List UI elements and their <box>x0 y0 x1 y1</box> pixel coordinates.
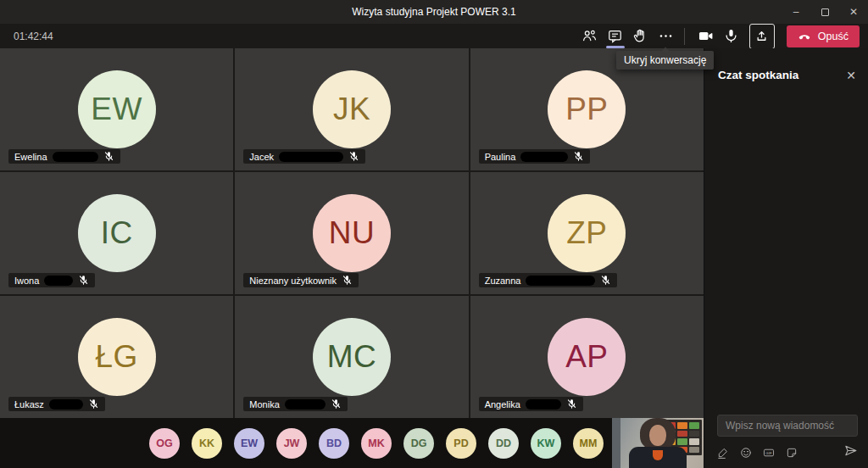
participant-name: Monika <box>249 399 279 410</box>
participant-name-label: Zuzanna <box>479 273 618 287</box>
video-poster-cell <box>677 422 687 429</box>
mini-avatar[interactable]: EW <box>234 428 264 459</box>
chat-message-input[interactable] <box>717 415 858 437</box>
send-icon <box>843 443 858 458</box>
video-poster-cell <box>689 431 699 437</box>
avatar: IC <box>78 194 156 272</box>
redacted-surname <box>526 276 595 286</box>
mic-muted-icon <box>88 398 99 410</box>
more-actions-button[interactable] <box>654 24 679 48</box>
avatar: NU <box>313 194 391 272</box>
mini-avatar[interactable]: PD <box>446 428 476 459</box>
avatar: MC <box>313 318 391 396</box>
leave-button-label: Opuść <box>818 31 849 42</box>
svg-text:GIF: GIF <box>765 451 772 455</box>
camera-icon <box>698 28 714 44</box>
chat-header: Czat spotkania ✕ <box>704 48 868 81</box>
mic-muted-icon <box>573 151 584 162</box>
participant-grid: EW Ewelina JK Jacek PP Paulina IC Iwona <box>0 48 704 418</box>
video-person-face <box>649 425 666 446</box>
participant-name: Jacek <box>249 152 274 162</box>
participant-tile-iwona[interactable]: IC Iwona <box>0 172 233 294</box>
raise-hand-icon <box>632 28 648 44</box>
chat-compose-area: GIF <box>717 415 858 461</box>
video-poster-cell <box>677 431 687 437</box>
participant-name: Nieznany użytkownik <box>249 276 337 286</box>
mini-avatar[interactable]: BD <box>319 428 349 459</box>
bottom-roster-strip: OG KK EW JW BD MK DG PD DD KW MM <box>0 418 704 468</box>
mic-muted-icon <box>348 151 359 162</box>
chat-tooltip: Ukryj konwersację <box>616 51 714 70</box>
participant-name: Iwona <box>14 276 39 286</box>
participant-name: Zuzanna <box>485 276 521 286</box>
camera-button[interactable] <box>693 24 719 48</box>
avatar: PP <box>548 70 626 148</box>
video-poster-cell <box>689 438 699 445</box>
mini-avatar[interactable]: KK <box>192 428 222 459</box>
participant-tile-lukasz[interactable]: ŁG Łukasz <box>0 296 233 418</box>
mini-avatar[interactable]: MK <box>361 428 392 459</box>
sticker-icon[interactable] <box>786 447 798 459</box>
minimize-button[interactable]: – <box>782 0 810 24</box>
mic-muted-icon <box>331 398 342 410</box>
hang-up-icon <box>798 30 811 43</box>
self-video-thumbnail[interactable] <box>612 418 704 468</box>
redacted-surname <box>49 399 83 410</box>
video-window-frame <box>612 418 620 468</box>
mini-avatar[interactable]: DD <box>488 428 519 459</box>
participant-name: Łukasz <box>14 399 44 410</box>
mic-muted-icon <box>342 275 353 286</box>
more-icon <box>658 28 674 44</box>
mini-avatar[interactable]: MM <box>573 428 604 459</box>
participant-tile-angelika[interactable]: AP Angelika <box>470 296 704 418</box>
mini-avatar[interactable]: JW <box>276 428 307 459</box>
close-icon: ✕ <box>849 6 858 18</box>
participant-name-label: Iwona <box>8 273 95 287</box>
mic-muted-icon <box>600 275 611 286</box>
mini-avatar[interactable]: DG <box>403 428 434 459</box>
toolbar-actions: Opuść <box>577 24 860 49</box>
redacted-surname <box>526 399 561 410</box>
chat-close-button[interactable]: ✕ <box>846 70 856 81</box>
format-icon[interactable] <box>717 447 729 459</box>
share-screen-button[interactable] <box>749 24 775 49</box>
maximize-icon <box>821 8 829 16</box>
avatar: EW <box>78 70 156 148</box>
participant-name-label: Paulina <box>479 149 591 164</box>
mini-avatar[interactable]: OG <box>149 428 180 459</box>
emoji-icon[interactable] <box>740 447 752 459</box>
video-poster-cell <box>689 447 699 454</box>
redacted-surname <box>44 276 73 286</box>
send-button[interactable] <box>843 443 858 461</box>
participant-tile-ewelina[interactable]: EW Ewelina <box>0 48 233 170</box>
leave-meeting-button[interactable]: Opuść <box>787 25 860 47</box>
avatar: AP <box>548 318 626 396</box>
raise-hand-button[interactable] <box>628 24 654 48</box>
show-participants-button[interactable] <box>577 24 603 48</box>
toolbar-divider <box>684 28 685 45</box>
video-poster-cell <box>689 422 699 429</box>
redacted-surname <box>285 399 326 410</box>
video-person-shirt <box>653 450 663 460</box>
maximize-button[interactable] <box>810 0 839 24</box>
toggle-chat-button[interactable] <box>603 24 628 48</box>
chat-icon <box>607 28 623 44</box>
participant-tile-zuzanna[interactable]: ZP Zuzanna <box>470 172 704 294</box>
chat-sidebar: Czat spotkania ✕ GIF <box>704 48 868 468</box>
participant-tile-jacek[interactable]: JK Jacek <box>235 48 468 170</box>
window-title: Wizyta studyjna Projekt POWER 3.1 <box>352 6 515 18</box>
mic-muted-icon <box>78 275 89 286</box>
minimize-icon: – <box>793 6 799 18</box>
chat-title: Czat spotkania <box>718 69 798 81</box>
meeting-toolbar: 01:42:44 <box>0 24 868 48</box>
close-button[interactable]: ✕ <box>839 0 868 24</box>
mini-avatar[interactable]: KW <box>531 428 561 459</box>
window-controls: – ✕ <box>782 0 868 24</box>
participant-tile-monika[interactable]: MC Monika <box>235 296 468 418</box>
gif-icon[interactable]: GIF <box>763 447 775 459</box>
participant-tile-nieznany[interactable]: NU Nieznany użytkownik <box>235 172 468 294</box>
microphone-button[interactable] <box>719 24 744 48</box>
redacted-surname <box>53 152 98 162</box>
compose-toolbar: GIF <box>717 443 858 461</box>
participant-name-label: Nieznany użytkownik <box>243 273 359 287</box>
